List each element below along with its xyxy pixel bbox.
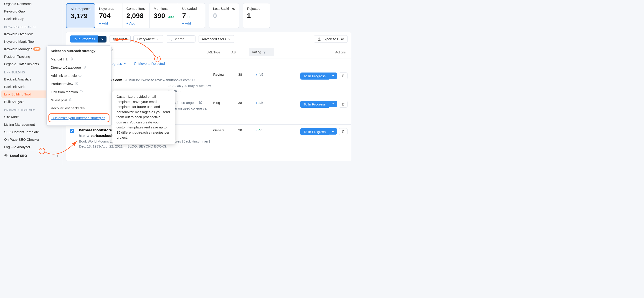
location-target-icon xyxy=(4,154,8,158)
row-to-progress-dropdown[interactable] xyxy=(329,128,337,135)
toolbar: To In Progress Reject Everywhere Advance… xyxy=(66,32,351,46)
card-delta: +390 xyxy=(166,15,174,19)
row-to-progress-dropdown[interactable] xyxy=(329,72,337,79)
sidebar-item-seo-content-template[interactable]: SEO Content Template xyxy=(0,128,62,136)
chevron-down-icon xyxy=(227,37,231,41)
export-label: Export to CSV xyxy=(322,37,344,41)
card-title: Competitors xyxy=(126,6,146,10)
row-as: 38 xyxy=(238,72,256,93)
row-rating[interactable]: › 4/5 xyxy=(256,128,281,149)
scope-label: Everywhere xyxy=(137,37,155,41)
search-input[interactable] xyxy=(174,37,192,41)
chevron-down-icon xyxy=(331,74,335,77)
customize-strategies-link[interactable]: Customize your outreach strategies xyxy=(52,116,105,120)
info-icon: ⓘ xyxy=(70,57,73,61)
dropdown-title: Select an outreach strategy: xyxy=(47,49,111,55)
row-to-progress-button[interactable]: To In Progress xyxy=(300,101,329,108)
outreach-strategy-dropdown: Select an outreach strategy: Manual link… xyxy=(46,45,112,126)
card-title: Uploaded xyxy=(182,6,201,10)
sidebar-item-keyword-magic[interactable]: Keyword Magic Tool xyxy=(0,38,62,45)
customize-tooltip: Customize provided email templates, save… xyxy=(112,90,175,144)
row-rating[interactable]: › 4/5 xyxy=(256,101,281,121)
strategy-option[interactable]: Add link to articleⓘ xyxy=(47,71,111,79)
advanced-filters-button[interactable]: Advanced filters xyxy=(198,35,234,43)
sidebar-item-backlink-gap[interactable]: Backlink Gap xyxy=(0,15,62,22)
svg-point-2 xyxy=(169,38,171,40)
card-value: 2,098 xyxy=(126,12,146,19)
svg-point-0 xyxy=(5,154,7,157)
info-icon: ⓘ xyxy=(69,98,72,102)
sidebar-item-log-file-analyzer[interactable]: Log File Analyzer xyxy=(0,143,62,151)
to-in-progress-button[interactable]: To In Progress xyxy=(70,35,98,42)
reject-button[interactable]: Reject xyxy=(109,35,131,43)
row-to-progress-dropdown[interactable] xyxy=(329,101,337,107)
search-input-wrapper[interactable] xyxy=(166,35,196,42)
svg-point-1 xyxy=(6,155,6,156)
bulk-move-rejected[interactable]: Move to Rejected xyxy=(133,62,165,65)
card-value: 704 xyxy=(99,12,118,19)
info-icon: ⓘ xyxy=(80,90,82,94)
strategy-option[interactable]: Directory/Catalogueⓘ xyxy=(47,63,111,71)
card-all-prospects[interactable]: All Prospects 3,179 xyxy=(66,3,95,28)
card-title: Mentions xyxy=(154,6,174,10)
card-value: 3,179 xyxy=(70,12,90,20)
strategy-option[interactable]: Link from mentionⓘ xyxy=(47,88,111,96)
card-rejected[interactable]: Rejected 1 xyxy=(243,3,270,28)
info-icon: ⓘ xyxy=(75,82,78,86)
row-type: Blog xyxy=(213,101,238,121)
sidebar-item-organic-research[interactable]: Organic Research xyxy=(0,0,62,7)
col-as-label[interactable]: AS xyxy=(232,50,249,54)
summary-cards: All Prospects 3,179 Keywords 704 + Add C… xyxy=(66,3,351,28)
col-rating-label[interactable]: Rating xyxy=(249,48,274,56)
strategy-option[interactable]: Recover lost backlinks xyxy=(47,104,111,112)
local-seo-label: Local SEO xyxy=(10,154,27,158)
trash-icon xyxy=(341,74,345,78)
card-competitors[interactable]: Competitors 2,098 + Add xyxy=(122,3,150,28)
row-type: General xyxy=(213,128,238,149)
row-as: 38 xyxy=(238,101,256,121)
to-in-progress-dropdown[interactable] xyxy=(98,36,106,42)
card-title: Lost Backlinks xyxy=(213,6,235,10)
chevron-down-icon xyxy=(331,102,335,106)
external-link-icon[interactable] xyxy=(199,101,202,104)
row-delete-button[interactable] xyxy=(339,72,348,79)
card-add-link[interactable]: + Add xyxy=(126,21,146,25)
sidebar-item-onpage-checker[interactable]: On Page SEO Checker xyxy=(0,136,62,143)
customize-strategies-link-box: Customize your outreach strategies xyxy=(48,113,110,122)
card-add-link[interactable]: + Add xyxy=(182,21,201,25)
chevron-right-icon: › xyxy=(57,154,58,158)
card-value: 0 xyxy=(213,12,235,19)
card-value: 390 xyxy=(154,12,165,19)
row-url[interactable]: ooks.com/2019/03/29/website-review-thrif… xyxy=(106,78,213,82)
card-mentions[interactable]: Mentions 390+390 xyxy=(150,3,178,28)
row-to-progress-button[interactable]: To In Progress xyxy=(300,72,329,79)
card-keywords[interactable]: Keywords 704 + Add xyxy=(95,3,122,28)
row-delete-button[interactable] xyxy=(339,128,348,135)
external-link-icon[interactable] xyxy=(192,78,196,82)
export-csv-button[interactable]: Export to CSV xyxy=(314,35,348,43)
sidebar-heading: KEYWORD RESEARCH xyxy=(0,22,62,30)
card-add-link[interactable]: + Add xyxy=(99,21,118,25)
scope-dropdown[interactable]: Everywhere xyxy=(133,35,163,43)
row-delete-button[interactable] xyxy=(339,101,348,107)
row-checkbox[interactable] xyxy=(70,129,74,133)
row-to-progress-button[interactable]: To In Progress xyxy=(300,128,329,135)
sidebar-item-keyword-gap[interactable]: Keyword Gap xyxy=(0,7,62,15)
chevron-down-icon xyxy=(156,37,160,41)
sidebar-item-keyword-overview[interactable]: Keyword Overview xyxy=(0,30,62,38)
card-lost-backlinks[interactable]: Lost Backlinks 0 xyxy=(209,3,239,28)
beta-badge: beta xyxy=(33,47,41,51)
card-title: Keywords xyxy=(99,6,118,10)
col-type-label[interactable]: URL Type xyxy=(206,50,232,54)
chevron-down-icon xyxy=(331,130,335,133)
reject-label: Reject xyxy=(118,37,128,41)
strategy-option[interactable]: Manual linkⓘ xyxy=(47,55,111,63)
card-value: 1 xyxy=(247,12,266,19)
trash-icon xyxy=(341,102,345,106)
card-uploaded[interactable]: Uploaded 7+1 + Add xyxy=(178,3,205,28)
col-actions-label: Actions xyxy=(274,50,348,54)
row-rating[interactable]: › 4/5 xyxy=(256,72,281,93)
strategy-option[interactable]: Guest postⓘ xyxy=(47,96,111,104)
strategy-option[interactable]: Product reviewⓘ xyxy=(47,79,111,88)
sidebar-local-seo[interactable]: Local SEO › xyxy=(0,151,62,160)
